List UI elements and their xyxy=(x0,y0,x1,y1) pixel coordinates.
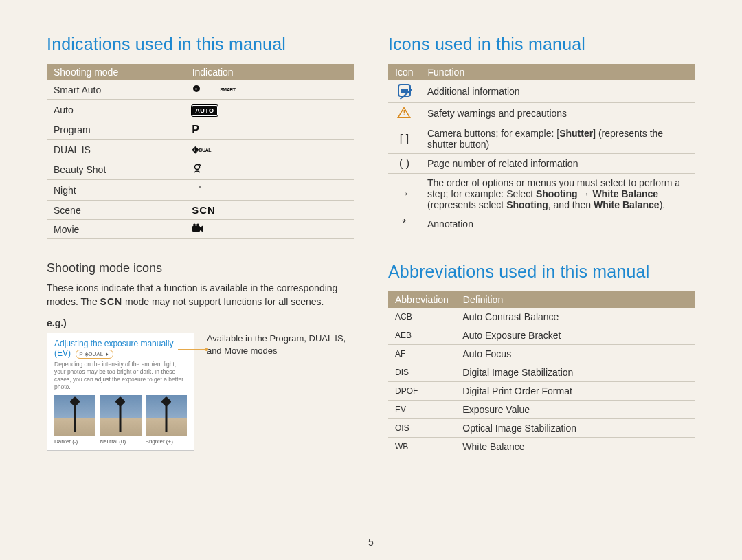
example-photo xyxy=(100,395,141,436)
example-thumbnail: Neutral (0) xyxy=(100,395,141,445)
table-row: WBWhite Balance xyxy=(388,438,695,456)
definition-cell: Digital Image Stabilization xyxy=(456,363,695,382)
table-row: SceneSCN xyxy=(47,201,354,220)
icon-cell: [ ] xyxy=(388,124,420,154)
mode-name: Beauty Shot xyxy=(47,159,185,180)
symbol-icon: ( ) xyxy=(399,157,409,170)
abbr-cell: DPOF xyxy=(388,382,456,401)
icon-function: Additional information xyxy=(420,80,695,103)
definition-cell: Auto Contrast Balance xyxy=(456,308,695,326)
abbr-cell: DIS xyxy=(388,363,456,382)
icon-function: Page number of related information xyxy=(420,154,695,174)
definition-cell: White Balance xyxy=(456,438,695,456)
table-row: [ ]Camera buttons; for example: [Shutter… xyxy=(388,124,695,154)
mode-indication-icon: SMART xyxy=(185,80,354,100)
table-row: Additional information xyxy=(388,80,695,103)
table-row: AFAuto Focus xyxy=(388,345,695,363)
definition-cell: Auto Exposure Bracket xyxy=(456,326,695,345)
example-thumbnail: Brighter (+) xyxy=(146,395,187,445)
svg-rect-3 xyxy=(192,226,200,232)
abbr-cell: AEB xyxy=(388,326,456,345)
symbol-icon: * xyxy=(402,218,406,230)
table-row: ACBAuto Contrast Balance xyxy=(388,308,695,326)
mode-name: Night xyxy=(47,180,185,201)
th-def: Definition xyxy=(456,291,695,308)
abbr-cell: ACB xyxy=(388,308,456,326)
table-row: *Annotation xyxy=(388,214,695,234)
page-number: 5 xyxy=(0,537,742,548)
example-thumbnail: Darker (-) xyxy=(54,395,95,445)
table-row: EVExposure Value xyxy=(388,401,695,419)
mode-name: Auto xyxy=(47,100,185,120)
example-caption: Neutral (0) xyxy=(100,438,141,445)
abbr-cell: WB xyxy=(388,438,456,456)
table-row: Safety warnings and precautions xyxy=(388,103,695,124)
note-icon xyxy=(398,84,411,97)
icon-function: Annotation xyxy=(420,214,695,234)
mode-name: Smart Auto xyxy=(47,80,185,100)
shooting-mode-icons-desc: These icons indicate that a function is … xyxy=(47,281,354,309)
eg-label: e.g.) xyxy=(47,317,354,328)
abbr-table: Abbreviation Definition ACBAuto Contrast… xyxy=(388,291,695,456)
icon-cell xyxy=(388,103,420,124)
example-caption: Brighter (+) xyxy=(146,438,187,445)
indications-heading: Indications used in this manual xyxy=(47,34,354,54)
example-mode-badge: P ◈DUAL ⏵ xyxy=(76,350,113,359)
example-callout: Available in the Program, DUAL IS, and M… xyxy=(207,333,354,357)
icons-heading: Icons used in this manual xyxy=(388,34,695,54)
example-box: Adjusting the exposure manually (EV) P ◈… xyxy=(47,333,194,451)
table-row: Night xyxy=(47,180,354,201)
table-row: Beauty Shot xyxy=(47,159,354,180)
shooting-mode-icons-heading: Shooting mode icons xyxy=(47,261,354,276)
th-function: Function xyxy=(420,64,695,80)
th-shooting-mode: Shooting mode xyxy=(47,64,185,80)
icon-cell: ( ) xyxy=(388,154,420,174)
table-row: AEBAuto Exposure Bracket xyxy=(388,326,695,345)
mode-indication-icon: AUTO xyxy=(185,100,354,120)
abbr-cell: AF xyxy=(388,345,456,363)
definition-cell: Optical Image Stabilization xyxy=(456,419,695,438)
mode-name: Scene xyxy=(47,201,185,220)
table-row: DUAL IS✥DUAL xyxy=(47,140,354,159)
mode-name: DUAL IS xyxy=(47,140,185,159)
table-row: OISOptical Image Stabilization xyxy=(388,419,695,438)
svg-point-2 xyxy=(195,165,200,170)
mode-indication-icon: ✥DUAL xyxy=(185,140,354,159)
table-row: DPOFDigital Print Order Format xyxy=(388,382,695,401)
icon-cell xyxy=(388,80,420,103)
icons-table: Icon Function Additional informationSafe… xyxy=(388,64,695,234)
svg-point-4 xyxy=(193,224,196,227)
symbol-icon: → xyxy=(398,188,409,200)
mode-name: Movie xyxy=(47,220,185,239)
table-row: AutoAUTO xyxy=(47,100,354,120)
definition-cell: Exposure Value xyxy=(456,401,695,419)
table-row: →The order of options or menus you must … xyxy=(388,174,695,214)
icon-cell: → xyxy=(388,174,420,214)
table-row: DISDigital Image Stabilization xyxy=(388,363,695,382)
mode-indication-icon: P xyxy=(185,120,354,140)
table-row: Smart AutoSMART xyxy=(47,80,354,100)
th-abbr: Abbreviation xyxy=(388,291,456,308)
example-photo xyxy=(54,395,95,436)
example-title: Adjusting the exposure manually (EV) P ◈… xyxy=(54,339,187,359)
indications-table: Shooting mode Indication Smart AutoSMART… xyxy=(47,64,354,239)
definition-cell: Auto Focus xyxy=(456,345,695,363)
mode-indication-icon: SCN xyxy=(185,201,354,220)
icon-function: The order of options or menus you must s… xyxy=(420,174,695,214)
mode-name: Program xyxy=(47,120,185,140)
right-column: Icons used in this manual Icon Function … xyxy=(388,34,695,546)
left-column: Indications used in this manual Shooting… xyxy=(47,34,354,546)
icon-cell: * xyxy=(388,214,420,234)
abbr-cell: OIS xyxy=(388,419,456,438)
example-desc: Depending on the intensity of the ambien… xyxy=(54,361,187,391)
mode-indication-icon xyxy=(185,220,354,239)
abbr-cell: EV xyxy=(388,401,456,419)
abbr-heading: Abbreviations used in this manual xyxy=(388,262,695,282)
th-indication: Indication xyxy=(185,64,354,80)
svg-point-1 xyxy=(195,88,196,89)
mode-indication-icon xyxy=(185,180,354,201)
table-row: ( )Page number of related information xyxy=(388,154,695,174)
icon-function: Camera buttons; for example: [Shutter] (… xyxy=(420,124,695,154)
icon-function: Safety warnings and precautions xyxy=(420,103,695,124)
mode-indication-icon xyxy=(185,159,354,180)
